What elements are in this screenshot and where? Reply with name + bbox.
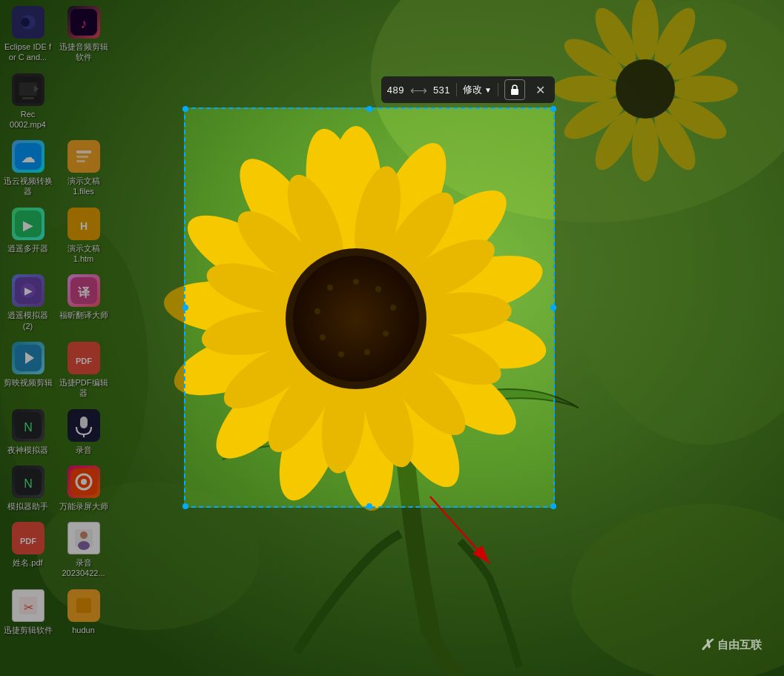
desktop-icon-wangneng[interactable]: 万能录屏大师 <box>56 460 111 516</box>
desktop-icon-pdf-editor[interactable]: PDF 迅捷PDF编辑器 <box>56 336 111 403</box>
svg-text:H: H <box>79 220 87 232</box>
nox-helper-icon: N <box>12 465 45 498</box>
svg-rect-66 <box>22 97 34 99</box>
pdf-editor-label: 迅捷PDF编辑器 <box>59 377 108 399</box>
toolbar-close-button[interactable]: ✕ <box>531 81 549 99</box>
desktop-icons-panel: Eclipse IDE for C and... ♪ 迅捷音频剪辑软件 <box>0 0 119 676</box>
svg-text:▶: ▶ <box>24 285 32 296</box>
xiaoyao-multi-label: 逍遥多开器 <box>7 243 48 254</box>
svg-rect-72 <box>76 160 85 162</box>
svg-point-99 <box>80 531 88 539</box>
handle-top-mid[interactable] <box>366 106 372 112</box>
svg-rect-71 <box>76 156 88 158</box>
svg-rect-106 <box>511 89 518 95</box>
desktop-icon-jianying[interactable]: 剪映视频剪辑 <box>0 336 56 403</box>
hudun-icon <box>67 589 100 622</box>
link-icon: ⟷ <box>410 83 427 97</box>
hudun-label: hudun <box>72 625 95 635</box>
eclipse-icon <box>12 6 45 39</box>
eclipse-label: Eclipse IDE for C and... <box>3 42 53 63</box>
desktop-icon-nox-helper[interactable]: N 模拟器助手 <box>0 460 56 516</box>
kuaijian-editor-icon: ✂ <box>12 589 45 622</box>
toolbar-divider-2 <box>498 83 498 96</box>
desktop-icon-xingming-pdf[interactable]: PDF 姓名.pdf <box>0 516 56 583</box>
svg-text:N: N <box>24 477 33 490</box>
xingming-pdf-label: 姓名.pdf <box>13 557 42 568</box>
xingming-pdf-icon: PDF <box>12 522 45 554</box>
pdf-editor-icon: PDF <box>67 342 100 374</box>
desktop-icon-fuxin-trans[interactable]: 译 福昕翻译大师 <box>56 268 111 336</box>
rec-label: Rec0002.mp4 <box>10 109 46 130</box>
desktop-icon-yanshi-htm[interactable]: H 演示文稿1.htm <box>56 202 111 269</box>
modify-arrow-icon: ▼ <box>484 86 492 94</box>
toolbar-modify-button[interactable]: 修改 ▼ <box>463 83 492 96</box>
icon-row-10: ✂ 迅捷剪辑软件 hudun <box>0 583 119 640</box>
nox-helper-label: 模拟器助手 <box>7 501 48 511</box>
cloud-convert-label: 迅云视频转换器 <box>4 176 53 197</box>
icon-row-4: ▶ 逍遥多开器 H 演示文稿1.htm <box>0 202 119 269</box>
svg-point-55 <box>616 59 675 119</box>
desktop-icon-eclipse[interactable]: Eclipse IDE for C and... <box>0 0 56 67</box>
toolbar-width: 489 <box>387 84 404 96</box>
toolbar-height: 531 <box>433 84 450 96</box>
icon-row-6: 剪映视频剪辑 PDF 迅捷PDF编辑器 <box>0 336 119 403</box>
svg-point-100 <box>78 541 90 550</box>
svg-text:PDF: PDF <box>20 537 36 546</box>
handle-bottom-left[interactable] <box>182 503 188 509</box>
svg-text:N: N <box>24 421 33 434</box>
desktop-icon-yanshi-files[interactable]: 演示文稿1.files <box>56 134 111 202</box>
screenshot-selection: 489 ⟷ 531 修改 ▼ ✕ <box>184 107 555 508</box>
luyinji-icon <box>67 409 100 442</box>
desktop-icon-kuaijian-audio[interactable]: ♪ 迅捷音频剪辑软件 <box>56 0 111 67</box>
fuxin-trans-icon: 译 <box>67 274 100 307</box>
fuxin-trans-label: 福昕翻译大师 <box>59 310 108 320</box>
watermark-brand: 自由互联 <box>717 638 762 652</box>
xiaoyao-sim2-icon: ▶ <box>12 274 45 307</box>
desktop-icon-rec[interactable]: Rec0002.mp4 <box>0 67 56 135</box>
jianying-label: 剪映视频剪辑 <box>4 377 53 388</box>
svg-point-46 <box>671 76 738 102</box>
icon-row-8: N 模拟器助手 万能录屏大师 <box>0 460 119 516</box>
xiaoyao-sim2-label: 逍遥模拟器(2) <box>7 310 48 331</box>
desktop-icon-hudun[interactable]: hudun <box>56 583 111 640</box>
cloud-convert-icon: ☁ <box>12 140 45 173</box>
lock-icon <box>510 84 520 95</box>
handle-mid-left[interactable] <box>182 305 188 311</box>
handle-top-right[interactable] <box>550 106 556 112</box>
svg-text:▶: ▶ <box>23 218 33 233</box>
svg-point-61 <box>21 18 30 27</box>
wangneng-label: 万能录屏大师 <box>59 501 108 511</box>
luyinji-label: 录音 <box>76 445 92 455</box>
toolbar-divider-1 <box>456 83 457 96</box>
svg-point-52 <box>553 76 619 102</box>
svg-text:✂: ✂ <box>23 601 33 614</box>
svg-rect-88 <box>80 417 88 428</box>
desktop-icon-kuaijian-editor[interactable]: ✂ 迅捷剪辑软件 <box>0 583 56 640</box>
rec-icon <box>12 73 45 106</box>
nox-sim-label: 夜神模拟器 <box>7 445 48 455</box>
desktop-icon-xiaoyao-multi[interactable]: ▶ 逍遥多开器 <box>0 202 56 269</box>
desktop-icon-luyinji[interactable]: 录音 <box>56 403 111 460</box>
icon-row-5: ▶ 逍遥模拟器(2) 译 福昕翻译大师 <box>0 268 119 336</box>
svg-text:♪: ♪ <box>80 16 87 31</box>
watermark-x-icon: ✗ <box>700 636 713 654</box>
svg-point-94 <box>81 479 87 485</box>
handle-bottom-right[interactable] <box>550 503 556 509</box>
handle-mid-right[interactable] <box>550 305 556 311</box>
desktop-icon-xiaoyao-sim2[interactable]: ▶ 逍遥模拟器(2) <box>0 268 56 336</box>
desktop-icon-luyin-file[interactable]: 录音20230422... <box>56 516 111 583</box>
kuaijian-editor-label: 迅捷剪辑软件 <box>4 625 53 635</box>
jianying-icon <box>12 342 45 374</box>
wangneng-icon <box>67 465 100 498</box>
handle-top-left[interactable] <box>182 106 188 112</box>
desktop-icon-cloud-convert[interactable]: ☁ 迅云视频转换器 <box>0 134 56 202</box>
yanshi-htm-icon: H <box>67 208 100 240</box>
icon-row-7: N 夜神模拟器 录音 <box>0 403 119 460</box>
luyin-file-label: 录音20230422... <box>62 557 105 579</box>
toolbar-lock-button[interactable] <box>504 79 525 100</box>
handle-bottom-mid[interactable] <box>366 503 372 509</box>
xiaoyao-multi-icon: ▶ <box>12 208 45 240</box>
desktop-icon-nox-sim[interactable]: N 夜神模拟器 <box>0 403 56 460</box>
yanshi-htm-label: 演示文稿1.htm <box>67 243 100 265</box>
watermark: ✗ 自由互联 <box>700 636 762 654</box>
